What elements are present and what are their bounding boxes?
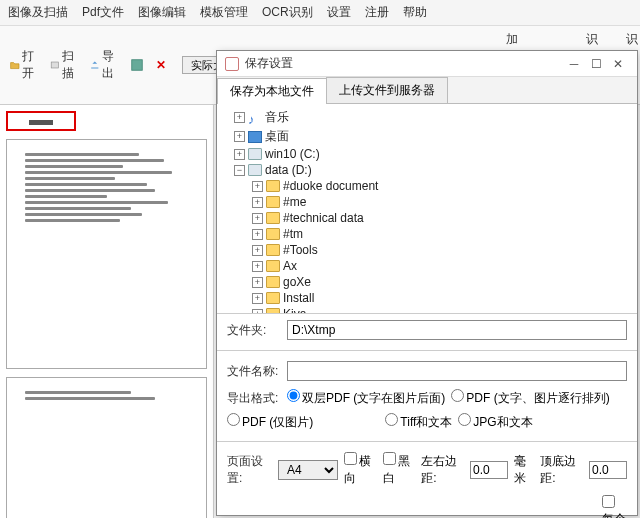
folder-icon bbox=[266, 196, 280, 208]
format-pdf-text-img[interactable]: PDF (文字、图片逐行排列) bbox=[451, 389, 609, 407]
tb-margin-label: 顶底边距: bbox=[540, 453, 583, 487]
lr-margin-input[interactable] bbox=[470, 461, 508, 479]
format-jpg-text[interactable]: JPG和文本 bbox=[458, 413, 532, 431]
export-button[interactable]: 导出 bbox=[86, 46, 122, 84]
format-double-pdf[interactable]: 双层PDF (文字在图片后面) bbox=[287, 389, 445, 407]
tree-folder-item[interactable]: Kiya bbox=[283, 307, 306, 314]
tab-save-local[interactable]: 保存为本地文件 bbox=[217, 78, 327, 104]
each-image-pdf-checkbox[interactable]: 每个图片单独生成一个PDF bbox=[602, 495, 627, 518]
music-icon: ♪ bbox=[248, 112, 262, 124]
lr-margin-label: 左右边距: bbox=[421, 453, 464, 487]
expand-icon[interactable]: + bbox=[252, 277, 263, 288]
expand-icon[interactable]: + bbox=[252, 293, 263, 304]
expand-icon[interactable]: + bbox=[252, 245, 263, 256]
thumbnail-3[interactable] bbox=[6, 377, 207, 518]
folder-icon bbox=[266, 276, 280, 288]
tab-upload-server[interactable]: 上传文件到服务器 bbox=[326, 77, 448, 103]
thumbnail-2[interactable] bbox=[6, 139, 207, 369]
svg-rect-0 bbox=[51, 62, 58, 68]
format-label: 导出格式: bbox=[227, 390, 281, 407]
expand-icon[interactable]: + bbox=[234, 112, 245, 123]
landscape-checkbox[interactable]: 横向 bbox=[344, 452, 377, 487]
drive-icon bbox=[248, 148, 262, 160]
tree-folder-item[interactable]: #me bbox=[283, 195, 306, 209]
expand-icon[interactable]: + bbox=[252, 261, 263, 272]
delete-icon[interactable]: ✕ bbox=[152, 58, 170, 72]
tree-folder-item[interactable]: #Tools bbox=[283, 243, 318, 257]
desktop-icon bbox=[248, 131, 262, 143]
dialog-icon bbox=[225, 57, 239, 71]
folder-icon bbox=[266, 180, 280, 192]
menu-image-edit[interactable]: 图像编辑 bbox=[138, 4, 186, 21]
dialog-title: 保存设置 bbox=[245, 55, 563, 72]
menu-image-scan[interactable]: 图像及扫描 bbox=[8, 4, 68, 21]
menu-help[interactable]: 帮助 bbox=[403, 4, 427, 21]
folder-icon bbox=[266, 228, 280, 240]
menu-bar: 图像及扫描 Pdf文件 图像编辑 模板管理 OCR识别 设置 注册 帮助 bbox=[0, 0, 640, 26]
drive-icon bbox=[248, 164, 262, 176]
menu-pdf[interactable]: Pdf文件 bbox=[82, 4, 124, 21]
tree-folder-item[interactable]: #tm bbox=[283, 227, 303, 241]
expand-icon[interactable]: + bbox=[252, 197, 263, 208]
expand-icon[interactable]: + bbox=[252, 229, 263, 240]
tree-folder-item[interactable]: Install bbox=[283, 291, 314, 305]
folder-icon bbox=[266, 244, 280, 256]
menu-register[interactable]: 注册 bbox=[365, 4, 389, 21]
thumbnail-panel bbox=[0, 105, 214, 518]
folder-label: 文件夹: bbox=[227, 322, 281, 339]
expand-icon[interactable]: + bbox=[234, 149, 245, 160]
menu-template[interactable]: 模板管理 bbox=[200, 4, 248, 21]
scan-button[interactable]: 扫描 bbox=[46, 46, 82, 84]
expand-icon[interactable]: + bbox=[252, 181, 263, 192]
page-size-select[interactable]: A4 bbox=[278, 460, 338, 480]
open-button[interactable]: 打开 bbox=[6, 46, 42, 84]
menu-settings[interactable]: 设置 bbox=[327, 4, 351, 21]
folder-icon bbox=[266, 292, 280, 304]
expand-icon[interactable]: + bbox=[252, 213, 263, 224]
tree-folder-item[interactable]: Ax bbox=[283, 259, 297, 273]
minimize-icon[interactable]: ─ bbox=[563, 57, 585, 71]
svg-rect-1 bbox=[132, 60, 143, 71]
format-pdf-img-only[interactable]: PDF (仅图片) bbox=[227, 413, 313, 431]
folder-icon bbox=[266, 260, 280, 272]
collapse-icon[interactable]: − bbox=[234, 165, 245, 176]
bw-checkbox[interactable]: 黑白 bbox=[383, 452, 416, 487]
filename-input[interactable] bbox=[287, 361, 627, 381]
maximize-icon[interactable]: ☐ bbox=[585, 57, 607, 71]
thumbnail-1[interactable] bbox=[6, 111, 76, 131]
folder-icon bbox=[266, 212, 280, 224]
save-settings-dialog: 保存设置 ─ ☐ ✕ 保存为本地文件 上传文件到服务器 +♪音乐 +桌面 +wi… bbox=[216, 50, 638, 516]
tree-folder-item[interactable]: goXe bbox=[283, 275, 311, 289]
page-setup-label: 页面设置: bbox=[227, 453, 272, 487]
menu-ocr[interactable]: OCR识别 bbox=[262, 4, 313, 21]
close-icon[interactable]: ✕ bbox=[607, 57, 629, 71]
unit-label: 毫米 bbox=[514, 453, 534, 487]
folder-input[interactable] bbox=[287, 320, 627, 340]
filename-label: 文件名称: bbox=[227, 363, 281, 380]
format-tiff-text[interactable]: Tiff和文本 bbox=[385, 413, 452, 431]
tree-folder-item[interactable]: #technical data bbox=[283, 211, 364, 225]
tb-margin-input[interactable] bbox=[589, 461, 627, 479]
tree-folder-item[interactable]: #duoke document bbox=[283, 179, 378, 193]
folder-tree[interactable]: +♪音乐 +桌面 +win10 (C:) −data (D:) +#duoke … bbox=[217, 104, 637, 314]
expand-icon[interactable]: + bbox=[234, 131, 245, 142]
save-icon[interactable] bbox=[126, 56, 148, 74]
